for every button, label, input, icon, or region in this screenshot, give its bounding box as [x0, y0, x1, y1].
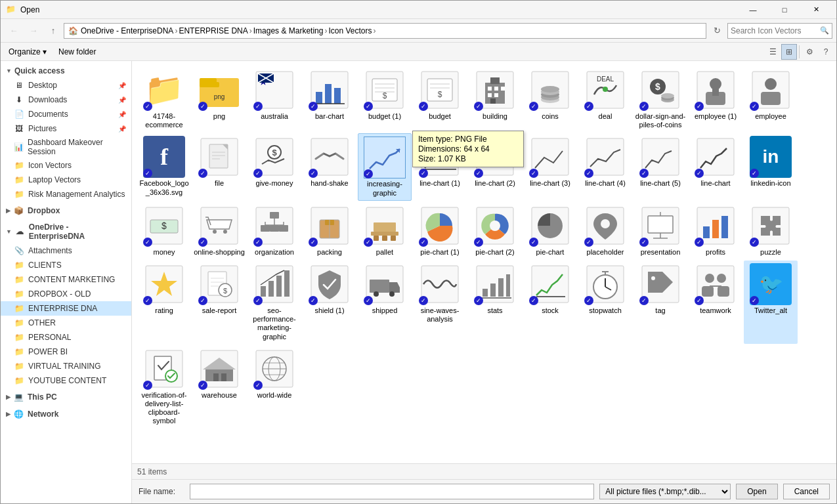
minimize-button[interactable]: — [738, 1, 768, 19]
back-button[interactable]: ← [5, 22, 23, 40]
this-pc-header[interactable]: ▶ 💻 This PC [1, 389, 131, 405]
svg-rect-57 [209, 144, 228, 168]
sidebar-item-documents[interactable]: 📄 Documents 📌 [1, 107, 131, 121]
file-item-line-chart3[interactable]: ✓ line-chart (3) [523, 133, 577, 200]
file-item-line-chart4[interactable]: ✓ line-chart (4) [578, 133, 632, 200]
file-item-bar-chart[interactable]: ✓ bar-chart [303, 66, 356, 132]
file-item-rating[interactable]: ✓ rating [137, 261, 191, 344]
file-item-stock[interactable]: ✓ stock [523, 261, 577, 344]
file-item-sine-waves[interactable]: ✓ sine-waves-analysis [413, 261, 467, 344]
file-item-budget[interactable]: $ ✓ budget [413, 66, 467, 132]
search-input[interactable] [731, 26, 820, 35]
view-details-button[interactable]: ☰ [765, 44, 781, 60]
file-item-online-shopping[interactable]: ✓ online-shopping [192, 202, 246, 259]
cancel-button[interactable]: Cancel [783, 484, 830, 499]
view-large-icons-button[interactable]: ⊞ [781, 44, 797, 60]
file-item-line-chart2[interactable]: ✓ line-chart (2) [468, 133, 522, 200]
sidebar-item-dropbox-old[interactable]: 📁 DROPBOX - OLD [1, 287, 131, 301]
maximize-button[interactable]: □ [769, 1, 800, 19]
sidebar-item-dashboard-makeover[interactable]: 📊 Dashboard Makeover Session [1, 136, 131, 158]
sidebar-item-virtual-training[interactable]: 📁 VIRTUAL TRAINING [1, 359, 131, 373]
new-folder-button[interactable]: New folder [53, 44, 101, 60]
sidebar-item-pictures[interactable]: 🖼 Pictures 📌 [1, 121, 131, 136]
sidebar-item-clients[interactable]: 📁 CLIENTS [1, 258, 131, 272]
file-item-linkedin[interactable]: in ✓ linkedin-icon [744, 133, 798, 200]
file-item-pie-chart[interactable]: ✓ pie-chart [523, 202, 577, 259]
file-item-building[interactable]: ✓ building [468, 66, 522, 132]
file-item-presentation[interactable]: ✓ presentation [633, 202, 687, 259]
file-item-file[interactable]: ✓ file [192, 133, 246, 200]
file-item-stopwatch[interactable]: ✓ stopwatch [578, 261, 632, 344]
building-icon-wrapper: ✓ [474, 69, 516, 111]
sidebar-item-laptop-vectors[interactable]: 📁 Laptop Vectors [1, 173, 131, 187]
file-item-line-chart5[interactable]: ✓ line-chart (5) [633, 133, 687, 200]
file-item-pallet[interactable]: ✓ pallet [358, 202, 412, 259]
sidebar-item-personal[interactable]: 📁 PERSONAL [1, 330, 131, 345]
forward-button[interactable]: → [24, 22, 43, 40]
file-item-pie-chart1[interactable]: ✓ pie-chart (1) [413, 202, 467, 259]
file-item-warehouse[interactable]: ✓ warehouse [192, 345, 246, 429]
file-item-line-chart1[interactable]: ✓ line-chart (1) [413, 133, 467, 200]
file-item-deal[interactable]: DEAL ✓ deal [578, 66, 632, 132]
file-item-png[interactable]: png ✓ png [192, 66, 246, 132]
file-item-packing[interactable]: ✓ packing [303, 202, 356, 259]
pictures-icon: 🖼 [14, 123, 24, 134]
file-item-puzzle[interactable]: ✓ puzzle [744, 202, 798, 259]
file-item-teamwork[interactable]: ✓ teamwork [689, 261, 742, 344]
sidebar-item-power-bi[interactable]: 📁 POWER BI [1, 345, 131, 359]
open-button[interactable]: Open [736, 484, 777, 499]
file-item-organization[interactable]: ✓ organization [247, 202, 301, 259]
file-item-money[interactable]: $ ✓ money [137, 202, 191, 259]
network-header[interactable]: ▶ 🌐 Network [1, 406, 131, 422]
sidebar-item-icon-vectors[interactable]: 📁 Icon Vectors [1, 158, 131, 173]
file-item-facebook[interactable]: f ✓ Facebook_logo_36x36.svg [137, 133, 191, 200]
refresh-button[interactable]: ↻ [708, 23, 726, 39]
file-item-budget1[interactable]: $ ✓ budget (1) [358, 66, 412, 132]
organize-menu[interactable]: Organize ▾ [3, 44, 52, 60]
file-item-stats[interactable]: ✓ stats [468, 261, 522, 344]
file-item-profits[interactable]: ✓ profits [689, 202, 742, 259]
file-item-dollar-sign[interactable]: $ ✓ dollar-sign-and-piles-of-coins [633, 66, 687, 132]
sidebar-item-youtube-content[interactable]: 📁 YOUTUBE CONTENT [1, 373, 131, 388]
file-item-pie-chart2[interactable]: ✓ pie-chart (2) [468, 202, 522, 259]
file-item-twitter[interactable]: 🐦 ✓ Twitter_alt [744, 261, 798, 344]
sidebar-item-content-marketing[interactable]: 📁 CONTENT MARKETING [1, 272, 131, 287]
view-options-button[interactable]: ⚙ [802, 44, 817, 60]
file-item-verification[interactable]: ✓ verification-of-delivery-list-clipboar… [137, 345, 191, 429]
enterprise-dna-icon: 📁 [14, 303, 24, 314]
file-item-placeholder[interactable]: ✓ placeholder [578, 202, 632, 259]
file-item-sale-report[interactable]: $ ✓ sale-report [192, 261, 246, 344]
sidebar-item-attachments[interactable]: 📎 Attachments [1, 243, 131, 258]
close-button[interactable]: ✕ [801, 1, 831, 19]
file-item-give-money[interactable]: $ ✓ give-money [247, 133, 301, 200]
file-item-shield1[interactable]: ✓ shield (1) [303, 261, 356, 344]
dropbox-header[interactable]: ▶ 📦 Dropbox [1, 203, 131, 219]
address-bar[interactable]: 🏠 OneDrive - EnterpriseDNA › ENTERPRISE … [64, 23, 706, 39]
quick-access-header[interactable]: ▼ Quick access [1, 64, 131, 78]
file-item-ecommerce[interactable]: 📁 ✓ 41748-ecommerce [137, 66, 191, 132]
file-area[interactable]: 📁 ✓ 41748-ecommerce png ✓ png [132, 61, 836, 463]
help-button[interactable]: ? [818, 44, 834, 60]
up-button[interactable]: ↑ [44, 22, 62, 40]
file-item-hand-shake[interactable]: ✓ hand-shake [303, 133, 356, 200]
file-item-world-wide[interactable]: ✓ world-wide [247, 345, 301, 429]
sidebar-item-desktop[interactable]: 🖥 Desktop 📌 [1, 78, 131, 93]
file-item-seo-performance[interactable]: ✓ seo-performance-marketing-graphic [247, 261, 301, 344]
file-item-shipped[interactable]: ✓ shipped [358, 261, 412, 344]
sidebar-item-risk-management[interactable]: 📁 Risk Management Analytics [1, 187, 131, 201]
file-item-coins[interactable]: ✓ coins [523, 66, 577, 132]
file-item-line-chart[interactable]: ✓ line-chart [689, 133, 742, 200]
filename-input[interactable] [190, 484, 594, 499]
file-item-employee[interactable]: ✓ employee [744, 66, 798, 132]
sidebar-item-downloads[interactable]: ⬇ Downloads 📌 [1, 93, 131, 107]
filter-dropdown[interactable]: All picture files (*.bmp;*.dib... [599, 484, 731, 499]
file-icon-wrapper: ✓ [198, 136, 240, 178]
sidebar-item-enterprise-dna[interactable]: 📁 ENTERPRISE DNA [1, 301, 131, 316]
file-item-increasing-graphic[interactable]: ✓ increasing-graphic Item type: PNG File… [358, 133, 412, 200]
file-item-australia[interactable]: ✓ australia [247, 66, 301, 132]
file-item-employee1[interactable]: ✓ employee (1) [689, 66, 742, 132]
sidebar-item-other[interactable]: 📁 OTHER [1, 316, 131, 330]
file-item-tag[interactable]: ✓ tag [633, 261, 687, 344]
downloads-pin: 📌 [118, 96, 126, 104]
onedrive-header[interactable]: ▼ ☁ OneDrive - EnterpriseDNA [1, 220, 131, 243]
